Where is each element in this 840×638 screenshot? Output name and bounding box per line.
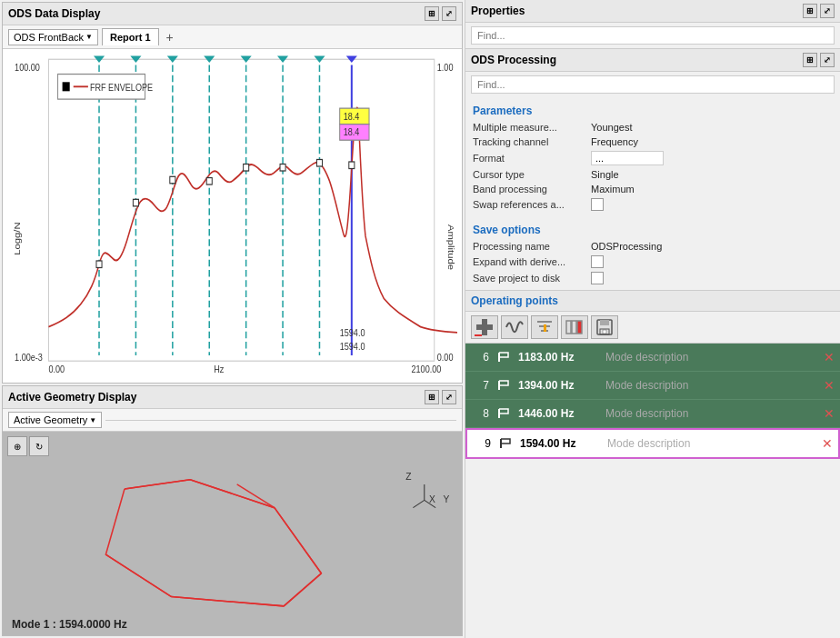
active-geometry-dropdown[interactable]: Active Geometry ▼ — [8, 412, 102, 428]
op-delete-8[interactable]: ✕ — [824, 406, 835, 421]
svg-text:Hz: Hz — [214, 364, 224, 374]
ods-data-header-icons: ⊞ ⤢ — [425, 6, 456, 21]
op-filter-btn[interactable] — [531, 315, 558, 339]
op-num-6: 6 — [471, 351, 489, 364]
svg-text:1.00: 1.00 — [437, 62, 454, 73]
op-row-9[interactable]: 9 1594.00 Hz Mode description ✕ — [465, 428, 840, 459]
op-columns-btn[interactable] — [561, 315, 588, 339]
ods-proc-expand-icon[interactable]: ⤢ — [820, 53, 835, 67]
param-label-processing-name: Processing name — [473, 241, 591, 252]
op-num-7: 7 — [471, 379, 489, 392]
geo-dropdown-arrow-icon: ▼ — [89, 416, 96, 424]
svg-text:18.4: 18.4 — [344, 111, 360, 122]
properties-header-icons: ⊞ ⤢ — [803, 4, 835, 18]
op-mode-icon-9 — [496, 434, 515, 453]
op-num-9: 9 — [473, 437, 491, 450]
param-label-swap-references: Swap references a... — [473, 199, 591, 210]
svg-line-50 — [172, 597, 285, 606]
param-row-swap-references: Swap references a... — [473, 196, 833, 213]
mode-label: Mode 1 : 1594.0000 Hz — [12, 618, 127, 631]
operating-points-title: Operating points — [471, 294, 558, 307]
svg-text:FRF ENVELOPE: FRF ENVELOPE — [90, 82, 153, 93]
properties-expand-icon[interactable]: ⤢ — [820, 4, 835, 18]
svg-line-48 — [275, 508, 322, 573]
svg-rect-73 — [603, 330, 606, 334]
active-geometry-display: Active Geometry Display ⊞ ⤢ Active Geome… — [2, 385, 463, 636]
param-checkbox-save-project[interactable] — [591, 272, 604, 284]
svg-text:X: X — [429, 495, 435, 505]
op-add-btn[interactable] — [471, 315, 498, 339]
svg-rect-27 — [96, 261, 102, 268]
param-row-tracking-channel: Tracking channel Frequency — [473, 135, 833, 149]
save-options-title: Save options — [473, 224, 833, 236]
svg-rect-33 — [316, 159, 322, 166]
svg-rect-69 — [577, 321, 582, 334]
svg-rect-71 — [600, 320, 609, 325]
svg-line-51 — [105, 554, 171, 596]
param-input-format[interactable]: ... — [591, 151, 664, 165]
svg-line-59 — [413, 500, 424, 507]
svg-rect-63 — [537, 321, 552, 323]
op-freq-7: 1394.00 Hz — [518, 379, 600, 392]
op-delete-7[interactable]: ✕ — [824, 378, 835, 393]
ods-data-display-header: ODS Data Display ⊞ ⤢ — [3, 3, 462, 25]
ods-proc-tile-icon[interactable]: ⊞ — [803, 53, 817, 67]
ods-processing: ODS Processing ⊞ ⤢ Parameters Multiple m… — [465, 48, 840, 290]
svg-rect-61 — [482, 319, 487, 335]
op-desc-9: Mode description — [607, 437, 816, 450]
param-label-band-processing: Band processing — [473, 184, 591, 194]
geo-tile-icon[interactable]: ⊞ — [425, 390, 439, 404]
param-row-expand-derive: Expand with derive... — [473, 254, 833, 270]
right-panel: Properties ⊞ ⤢ ODS Processing ⊞ ⤢ Parame… — [465, 0, 840, 638]
ods-proc-find-input[interactable] — [471, 75, 835, 94]
op-mode-icon-6 — [495, 348, 513, 366]
svg-line-52 — [125, 480, 190, 489]
param-row-processing-name: Processing name ODSProcessing — [473, 239, 833, 254]
properties-find-input[interactable] — [471, 26, 835, 45]
chart-area: 100.00 1.00e-3 g/N Log 0.00 Hz 2100.00 1… — [3, 49, 462, 383]
svg-text:0.00: 0.00 — [437, 352, 454, 363]
parameters-section: Parameters Multiple measure... Youngest … — [465, 97, 840, 216]
op-freq-9: 1594.00 Hz — [520, 437, 602, 450]
param-value-processing-name: ODSProcessing — [591, 241, 833, 252]
op-delete-9[interactable]: ✕ — [822, 436, 833, 451]
op-freq-8: 1446.00 Hz — [518, 407, 600, 420]
op-save-btn[interactable] — [591, 315, 618, 339]
svg-text:1.00e-3: 1.00e-3 — [15, 352, 43, 363]
op-num-8: 8 — [471, 407, 489, 420]
op-desc-8: Mode description — [605, 407, 818, 420]
op-desc-6: Mode description — [605, 351, 818, 364]
add-tab-button[interactable]: + — [163, 30, 177, 45]
geo-expand-icon[interactable]: ⤢ — [442, 390, 456, 404]
left-panel: ODS Data Display ⊞ ⤢ ODS FrontBack ▼ Rep… — [0, 0, 465, 638]
op-row-8[interactable]: 8 1446.00 Hz Mode description ✕ — [465, 400, 840, 428]
main-container: ODS Data Display ⊞ ⤢ ODS FrontBack ▼ Rep… — [0, 0, 840, 638]
svg-text:0.00: 0.00 — [48, 364, 65, 374]
properties-tile-icon[interactable]: ⊞ — [803, 4, 817, 18]
svg-rect-67 — [566, 321, 571, 334]
svg-text:100.00: 100.00 — [15, 62, 40, 73]
op-toolbar — [465, 312, 840, 344]
operating-points-header: Operating points — [465, 291, 840, 312]
op-wave-btn[interactable] — [501, 315, 528, 339]
svg-text:Log: Log — [13, 238, 22, 255]
expand-icon[interactable]: ⤢ — [442, 6, 456, 21]
param-checkbox-swap-references[interactable] — [591, 198, 604, 211]
param-label-tracking-channel: Tracking channel — [473, 136, 591, 147]
svg-text:1594.0: 1594.0 — [340, 327, 365, 338]
ods-frontback-dropdown[interactable]: ODS FrontBack ▼ — [8, 29, 98, 45]
svg-rect-44 — [63, 82, 70, 91]
op-row-7[interactable]: 7 1394.00 Hz Mode description ✕ — [465, 372, 840, 400]
svg-text:g/N: g/N — [13, 222, 22, 238]
report1-tab[interactable]: Report 1 — [102, 28, 159, 45]
op-delete-6[interactable]: ✕ — [824, 350, 835, 364]
active-geo-header-icons: ⊞ ⤢ — [425, 390, 456, 404]
op-row-6[interactable]: 6 1183.00 Hz Mode description ✕ — [465, 344, 840, 372]
svg-rect-0 — [48, 59, 434, 361]
parameters-title: Parameters — [473, 105, 833, 117]
tile-icon[interactable]: ⊞ — [425, 6, 439, 21]
param-row-cursor-type: Cursor type Single — [473, 167, 833, 182]
svg-rect-29 — [170, 176, 175, 184]
param-checkbox-expand-derive[interactable] — [591, 255, 604, 268]
param-value-cursor-type: Single — [591, 169, 833, 180]
